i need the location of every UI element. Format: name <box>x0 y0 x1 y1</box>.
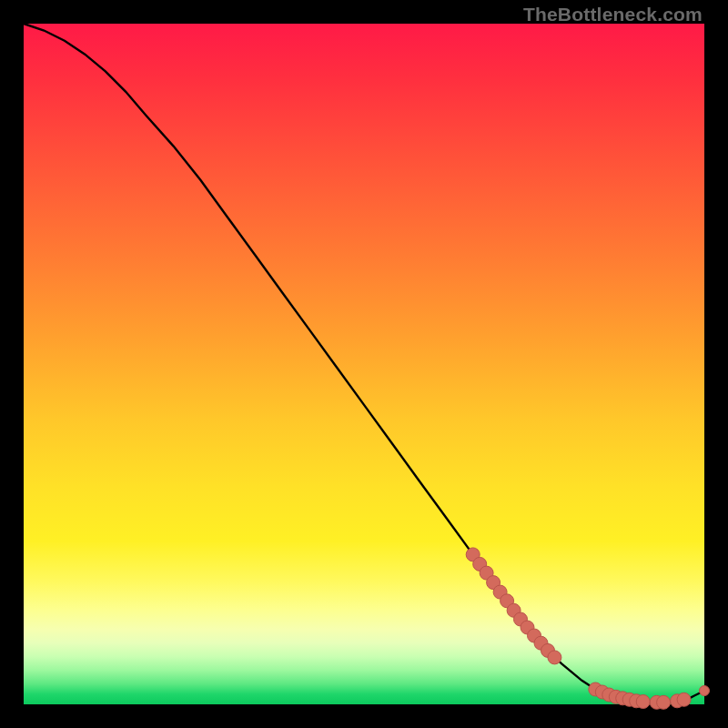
data-marker <box>677 693 691 706</box>
curve-line <box>24 24 704 703</box>
watermark-text: TheBottleneck.com <box>523 4 703 25</box>
data-marker <box>636 695 650 709</box>
data-marker <box>700 686 710 696</box>
chart-frame: TheBottleneck.com <box>0 0 728 728</box>
chart-overlay <box>24 24 704 704</box>
data-marker <box>657 695 671 709</box>
data-marker <box>548 651 561 664</box>
